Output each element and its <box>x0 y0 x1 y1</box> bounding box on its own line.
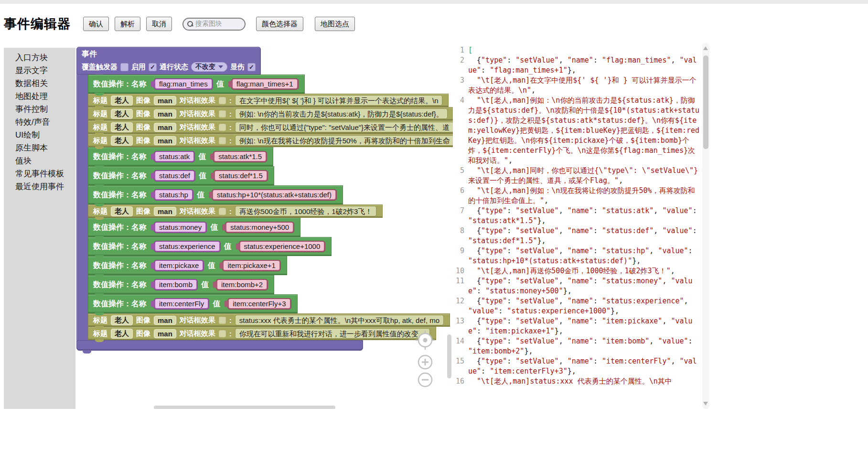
setvalue-block[interactable]: 数值操作：名称status:hp值status:hp+10*(status:at… <box>88 185 343 204</box>
image-chip[interactable]: man <box>154 329 176 338</box>
value-expression-chip[interactable]: status:money+500 <box>225 222 294 233</box>
sidebar-item[interactable]: 地图处理 <box>4 90 75 103</box>
title-chip[interactable]: 老人 <box>111 136 133 146</box>
color-picker-button[interactable]: 颜色选择器 <box>256 17 303 31</box>
dialog-text-block[interactable]: 标题老人图像man对话框效果:在文字中使用${' ${ '}和 } 可以计算并显… <box>88 94 449 107</box>
sidebar-item[interactable]: 值块 <box>4 154 75 167</box>
code-text[interactable]: {"type": "setValue", "name": "item:picka… <box>468 316 702 336</box>
dialog-text-block[interactable]: 标题老人图像man对话框效果:status:xxx 代表勇士的某个属性。\n其中… <box>88 313 450 327</box>
name-value-chip[interactable]: item:centerFly <box>154 298 209 310</box>
sidebar-item[interactable]: 特效/声音 <box>4 116 75 129</box>
dialog-effect-checkbox[interactable] <box>219 330 226 337</box>
cancel-button[interactable]: 取消 <box>146 17 172 31</box>
dialog-text-field[interactable]: 例如: \n你的当前攻击力是${status:atk}，防御力是${status… <box>235 108 448 119</box>
title-chip[interactable]: 老人 <box>111 315 133 325</box>
title-chip[interactable]: 老人 <box>111 109 133 119</box>
code-text[interactable]: {"type": "setValue", "name": "flag:man_t… <box>468 55 702 75</box>
code-text[interactable]: [ <box>468 45 702 55</box>
damage-checkbox[interactable]: ✓ <box>247 63 256 71</box>
value-expression-chip[interactable]: item:centerFly+3 <box>227 298 291 310</box>
image-chip[interactable]: man <box>154 316 176 325</box>
title-chip[interactable]: 老人 <box>111 329 133 339</box>
dialog-text-field[interactable]: 你现在可以重新和我进行对话，进一步看到属性值的改变。 <box>235 328 430 339</box>
setvalue-block[interactable]: 数值操作：名称status:money值status:money+500 <box>88 218 300 237</box>
json-code-editor[interactable]: 1[2 {"type": "setValue", "name": "flag:m… <box>453 43 702 409</box>
parse-button[interactable]: 解析 <box>115 17 140 31</box>
setvalue-block[interactable]: 数值操作：名称status:def值status:def*1.5 <box>88 166 274 185</box>
sidebar-item[interactable]: 最近使用事件 <box>4 180 75 193</box>
code-text[interactable]: {"type": "setValue", "name": "status:mon… <box>468 276 702 296</box>
dialog-text-block[interactable]: 标题老人图像man对话框效果:例如: \n你的当前攻击力是${status:at… <box>88 107 453 120</box>
dialog-text-block[interactable]: 标题老人图像man对话框效果:同时，你也可以通过{"type": "setVal… <box>88 120 453 134</box>
code-text[interactable]: "\t[老人,man]再送你500金币，1000经验，1破2炸3飞！", <box>468 266 702 276</box>
dialog-text-field[interactable]: status:xxx 代表勇士的某个属性。\n其中xxx可取hp, atk, d… <box>235 315 444 325</box>
value-expression-chip[interactable]: item:pickaxe+1 <box>222 260 280 271</box>
dialog-text-block[interactable]: 标题老人图像man对话框效果:例如: \n现在我将让你的攻防提升50%，再将攻防… <box>88 134 453 147</box>
title-chip[interactable]: 老人 <box>111 206 133 216</box>
code-text[interactable]: "\t[老人,man]例如：\n你的当前攻击力是${status:atk}，防御… <box>468 96 702 166</box>
dialog-text-field[interactable]: 例如: \n现在我将让你的攻防提升50%，再将攻防和的十倍加到生命 <box>235 135 453 146</box>
blockly-workspace[interactable]: 事件 覆盖触发器 启用 ✓ 通行状态 不改变 显伤 ✓ 数值操作：名称flag:… <box>75 43 453 409</box>
workspace-horizontal-scrollbar[interactable] <box>154 406 335 409</box>
code-text[interactable]: {"type": "setValue", "name": "status:atk… <box>468 206 702 226</box>
zoom-out-button[interactable] <box>418 373 432 386</box>
event-block-header[interactable]: 事件 覆盖触发器 启用 ✓ 通行状态 不改变 显伤 ✓ <box>76 47 261 75</box>
code-text[interactable]: "\t[老人,man]例如：\n现在我将让你的攻防提升50%，再将攻防和的十倍加… <box>468 186 702 206</box>
sidebar-item[interactable]: 常见事件模板 <box>4 167 75 180</box>
dialog-text-field[interactable]: 在文字中使用${' ${ '}和 } 可以计算并显示一个表达式的结果。\n <box>235 95 443 106</box>
name-value-chip[interactable]: status:money <box>154 222 207 233</box>
setvalue-block[interactable]: 数值操作：名称status:atk值status:atk*1.5 <box>88 147 273 166</box>
sidebar-item[interactable]: 原生脚本 <box>4 141 75 154</box>
setvalue-block[interactable]: 数值操作：名称item:bomb值item:bomb+2 <box>88 275 274 294</box>
sidebar-item[interactable]: 显示文字 <box>4 64 75 77</box>
value-expression-chip[interactable]: flag:man_times+1 <box>231 78 299 90</box>
scroll-up-icon[interactable] <box>703 46 708 50</box>
map-pick-button[interactable]: 地图选点 <box>315 17 355 31</box>
editor-scrollbar[interactable] <box>702 43 709 409</box>
code-text[interactable]: "\t[老人,man]同时，你也可以通过{\"type\": \"setValu… <box>468 166 702 186</box>
name-value-chip[interactable]: status:atk <box>154 151 195 162</box>
search-input[interactable]: 搜索图块 <box>182 18 246 31</box>
editor-scrollbar-thumb[interactable] <box>703 55 708 149</box>
value-expression-chip[interactable]: item:bomb+2 <box>216 279 268 290</box>
setvalue-block[interactable]: 数值操作：名称item:centerFly值item:centerFly+3 <box>88 294 298 313</box>
value-expression-chip[interactable]: status:experience+1000 <box>239 241 326 252</box>
code-text[interactable]: "\t[老人,man]status:xxx 代表勇士的某个属性。\n其中 <box>468 376 702 386</box>
dialog-text-block[interactable]: 标题老人图像man对话框效果:你现在可以重新和我进行对话，进一步看到属性值的改变… <box>88 327 436 340</box>
setvalue-block[interactable]: 数值操作：名称item:pickaxe值item:pickaxe+1 <box>88 256 287 275</box>
name-value-chip[interactable]: flag:man_times <box>154 78 213 90</box>
code-text[interactable]: {"type": "setValue", "name": "status:hp"… <box>468 246 702 266</box>
confirm-button[interactable]: 确认 <box>83 17 109 31</box>
name-value-chip[interactable]: status:def <box>154 170 195 182</box>
image-chip[interactable]: man <box>154 123 176 132</box>
dialog-text-block[interactable]: 标题老人图像man对话框效果:再送你500金币，1000经验，1破2炸3飞！ <box>88 204 383 218</box>
code-text[interactable]: {"type": "setValue", "name": "status:exp… <box>468 296 702 316</box>
name-value-chip[interactable]: item:pickaxe <box>154 260 204 271</box>
value-expression-chip[interactable]: status:hp+10*(status:atk+status:def) <box>212 189 337 201</box>
name-value-chip[interactable]: status:experience <box>154 241 221 252</box>
image-chip[interactable]: man <box>154 136 176 145</box>
setvalue-block[interactable]: 数值操作：名称status:experience值status:experien… <box>88 237 332 256</box>
trigger-checkbox[interactable] <box>120 63 129 71</box>
code-text[interactable]: "\t[老人,man]在文字中使用${' ${ '}和 } 可以计算并显示一个表… <box>468 75 702 96</box>
image-chip[interactable]: man <box>154 207 176 216</box>
name-value-chip[interactable]: status:hp <box>154 189 193 201</box>
dialog-effect-checkbox[interactable] <box>219 317 226 324</box>
sidebar-item[interactable]: UI绘制 <box>4 129 75 141</box>
enable-checkbox[interactable]: ✓ <box>149 63 157 71</box>
setvalue-block[interactable]: 数值操作：名称flag:man_times值flag:man_times+1 <box>88 75 305 94</box>
dialog-text-field[interactable]: 同时，你也可以通过{"type": "setValue"}来设置一个勇士的属性、… <box>235 122 453 132</box>
dialog-effect-checkbox[interactable] <box>219 137 226 144</box>
value-expression-chip[interactable]: status:atk*1.5 <box>213 151 267 162</box>
image-chip[interactable]: man <box>154 109 176 118</box>
zoom-reset-button[interactable] <box>416 331 435 350</box>
code-text[interactable]: {"type": "setValue", "name": "item:bomb"… <box>468 336 702 356</box>
sidebar-item[interactable]: 事件控制 <box>4 103 75 116</box>
title-chip[interactable]: 老人 <box>111 122 133 132</box>
zoom-in-button[interactable] <box>418 355 432 369</box>
sidebar-item[interactable]: 数据相关 <box>4 77 75 90</box>
dialog-effect-checkbox[interactable] <box>219 97 226 104</box>
dialog-effect-checkbox[interactable] <box>219 110 226 118</box>
code-text[interactable]: {"type": "setValue", "name": "item:cente… <box>468 356 702 376</box>
dialog-effect-checkbox[interactable] <box>219 124 226 131</box>
